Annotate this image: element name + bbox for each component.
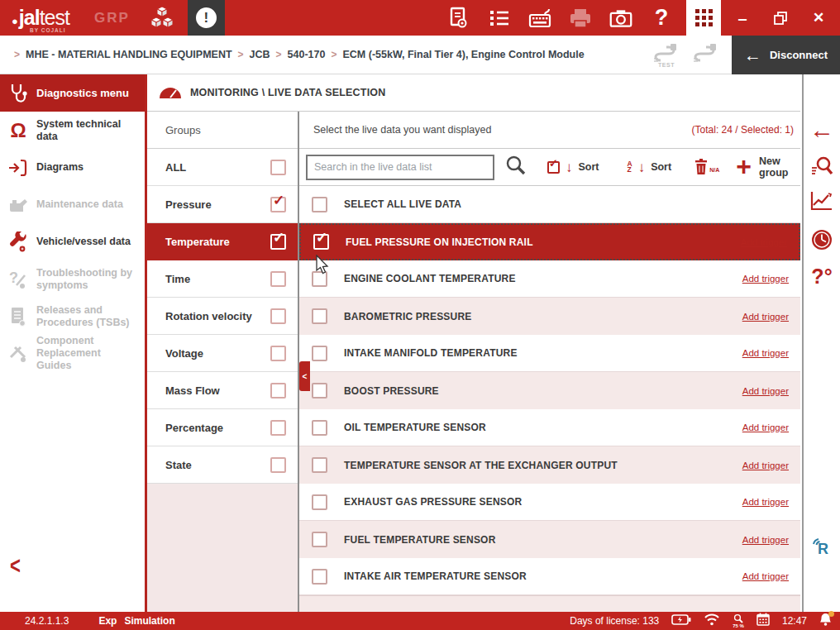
logo-subtitle: BY COJALI	[30, 27, 66, 33]
group-checkbox[interactable]: ✓	[270, 160, 286, 175]
gauge-clock-button[interactable]	[804, 228, 840, 251]
group-percentage[interactable]: Percentage ✓	[147, 409, 298, 446]
back-button[interactable]: ←	[804, 117, 840, 142]
add-trigger-link[interactable]: Add trigger	[742, 461, 789, 470]
row-checkbox[interactable]: ✓	[312, 271, 327, 287]
breadcrumb-item-vehicle-type[interactable]: MHE - MATERIAL HANDLING EQUIPMENT	[26, 49, 232, 60]
troubleshooting-button[interactable]: ?°	[804, 266, 840, 287]
group-voltage[interactable]: Voltage ✓	[147, 335, 298, 372]
sidebar-item-label: Maintenance data	[36, 198, 137, 211]
group-time[interactable]: Time ✓	[147, 260, 298, 298]
group-checkbox[interactable]: ✓	[270, 197, 286, 212]
breadcrumb-item-make[interactable]: JCB	[250, 49, 270, 60]
screenshot-icon[interactable]	[609, 7, 632, 29]
right-toolbar: ← ?° R	[802, 74, 840, 612]
advanced-search-button[interactable]	[804, 155, 840, 178]
select-all-row[interactable]: ✓ SELECT ALL LIVE DATA	[299, 186, 800, 223]
live-data-row[interactable]: ✓ TEMPERATURE SENSOR AT THE EXCHANGER OU…	[299, 446, 800, 484]
add-trigger-link[interactable]: Add trigger	[742, 535, 789, 545]
live-data-row[interactable]: ✓ INTAKE MANIFOLD TEMPERATURE Add trigge…	[299, 335, 800, 372]
sidebar-item-vehicle-vessel-data[interactable]: Vehicle/vessel data	[0, 223, 145, 260]
close-button[interactable]: ✕	[810, 10, 827, 26]
add-trigger-link[interactable]: Add trigger	[742, 386, 789, 396]
live-data-row[interactable]: ✓ FUEL TEMPERATURE SENSOR Add trigger	[299, 521, 800, 558]
row-checkbox[interactable]: ✓	[312, 420, 327, 436]
group-mass-flow[interactable]: Mass Flow ✓	[147, 372, 298, 409]
sidebar-back-chevron[interactable]: <	[10, 552, 21, 580]
print-icon[interactable]	[569, 7, 592, 29]
apps-menu-button[interactable]	[686, 0, 721, 36]
live-data-row[interactable]: ✓ BAROMETRIC PRESSURE Add trigger	[299, 298, 800, 335]
sort-by-selected-button[interactable]: ✓ ↓ Sort	[547, 160, 599, 174]
list-icon[interactable]	[488, 8, 511, 28]
add-trigger-link[interactable]: Add trigger	[742, 348, 789, 358]
group-checkbox[interactable]: ✓	[270, 346, 286, 361]
live-data-row[interactable]: ✓ INTAKE AIR TEMPERATURE SENSOR Add trig…	[299, 558, 800, 595]
row-checkbox[interactable]: ✓	[312, 383, 327, 399]
sort-alphabetical-button[interactable]: AZ ↓ Sort	[628, 160, 672, 174]
zoom-level-indicator[interactable]: 75 %	[733, 613, 744, 628]
search-input[interactable]	[306, 155, 494, 180]
mode-exp-label: Exp	[98, 615, 117, 627]
add-trigger-link[interactable]: Add trigger	[742, 422, 789, 432]
live-data-row[interactable]: ✓ OIL TEMPERATURE SENSOR Add trigger	[299, 409, 800, 446]
group-pressure[interactable]: Pressure ✓	[147, 186, 298, 223]
group-checkbox[interactable]: ✓	[270, 271, 286, 287]
help-icon[interactable]: ?	[650, 7, 673, 29]
row-checkbox[interactable]: ✓	[312, 308, 327, 324]
omega-icon: Ω	[0, 121, 36, 141]
group-checkbox[interactable]: ✓	[270, 234, 286, 250]
keyboard-icon[interactable]	[528, 7, 551, 29]
calendar-icon[interactable]	[756, 613, 770, 629]
restore-button[interactable]	[772, 10, 789, 26]
group-temperature[interactable]: Temperature ✓	[147, 223, 298, 260]
sort-label: Sort	[579, 161, 599, 173]
row-checkbox[interactable]: ✓	[312, 457, 327, 473]
alerts-button[interactable]: !	[188, 0, 225, 36]
row-checkbox[interactable]: ✓	[312, 569, 327, 585]
search-icon[interactable]	[505, 155, 527, 179]
row-checkbox[interactable]: ✓	[312, 532, 327, 547]
live-data-row[interactable]: ✓ ENGINE COOLANT TEMPERATURE Add trigger	[299, 260, 800, 298]
live-data-row[interactable]: ✓ EXHAUST GAS PRESSURE SENSOR Add trigge…	[299, 484, 800, 521]
sidebar-item-label: Releases and Procedures (TSBs)	[36, 304, 137, 329]
group-rotation-velocity[interactable]: Rotation velocity ✓	[147, 298, 298, 335]
groups-column: Groups ALL ✓ Pressure ✓ Temperature ✓ Ti…	[147, 112, 299, 612]
disconnect-button[interactable]: ← Disconnect	[732, 36, 840, 74]
breadcrumb-item-system[interactable]: ECM (-55kW, Final Tier 4), Engine Contro…	[342, 49, 584, 60]
collapse-groups-tab[interactable]: <	[299, 361, 310, 391]
add-trigger-link[interactable]: Add trigger	[742, 571, 789, 581]
wifi-icon[interactable]	[704, 613, 720, 629]
new-group-button[interactable]: + New group	[736, 155, 794, 179]
add-trigger-link[interactable]: Add trigger	[742, 274, 789, 284]
delete-group-button[interactable]: N/A	[694, 158, 719, 176]
add-trigger-link[interactable]: Add trigger	[741, 237, 787, 247]
notifications-bell-icon[interactable]	[819, 613, 832, 629]
live-data-row[interactable]: ✓ BOOST PRESSURE Add trigger	[299, 372, 800, 409]
graph-view-button[interactable]	[804, 190, 840, 212]
live-data-row[interactable]: ✓ FUEL PRESSURE ON INJECTION RAIL Add tr…	[299, 223, 800, 260]
status-bar: 24.2.1.1.3 Exp Simulation Days of licens…	[0, 612, 840, 630]
breadcrumb-item-model[interactable]: 540-170	[288, 49, 326, 60]
remote-assistance-icon[interactable]: R	[804, 534, 840, 557]
add-trigger-link[interactable]: Add trigger	[742, 312, 789, 322]
row-checkbox[interactable]: ✓	[312, 346, 327, 361]
group-state[interactable]: State ✓	[147, 446, 298, 484]
list-header-label: Select the live data you want displayed	[313, 124, 692, 136]
group-checkbox[interactable]: ✓	[270, 308, 286, 324]
minimize-button[interactable]: –	[734, 10, 751, 26]
sidebar-item-system-technical-data[interactable]: Ω System technical data	[0, 112, 145, 149]
report-icon[interactable]	[447, 7, 470, 30]
sidebar-item-diagrams[interactable]: Diagrams	[0, 149, 145, 186]
group-checkbox[interactable]: ✓	[270, 457, 286, 473]
back-arrow-icon: ←	[744, 46, 761, 64]
row-checkbox[interactable]: ✓	[312, 494, 327, 510]
logo-text-bold: jal	[19, 6, 40, 30]
group-all[interactable]: ALL ✓	[147, 149, 298, 186]
row-checkbox[interactable]: ✓	[312, 197, 327, 212]
cubes-icon[interactable]	[148, 5, 176, 31]
row-checkbox[interactable]: ✓	[313, 234, 329, 250]
group-checkbox[interactable]: ✓	[270, 383, 286, 399]
group-checkbox[interactable]: ✓	[270, 420, 286, 436]
add-trigger-link[interactable]: Add trigger	[742, 497, 789, 507]
